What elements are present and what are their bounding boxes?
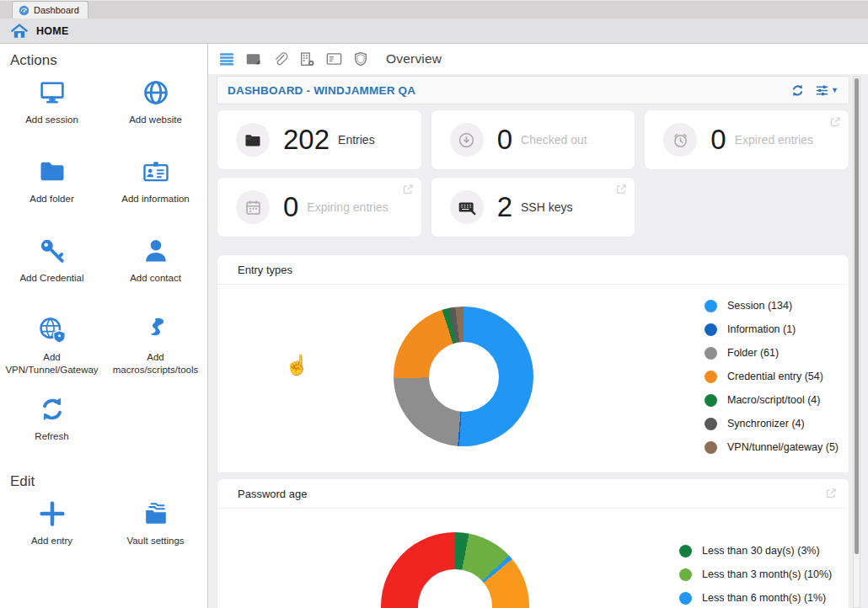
chevron-down-icon: ▼ <box>831 86 839 94</box>
action-label: Add website <box>129 114 182 126</box>
action-vault-settings[interactable]: Vault settings <box>104 493 207 573</box>
vertical-scrollbar[interactable] <box>853 76 860 608</box>
calendar-icon <box>244 199 262 216</box>
entry-types-legend: Session (134) Information (1) Folder (61… <box>705 294 839 459</box>
stat-card-expired-entries[interactable]: 0 Expired entries <box>644 109 849 170</box>
stat-cards-row-1: 202 Entries 0 Checked out <box>217 109 849 170</box>
note-icon[interactable] <box>245 52 261 67</box>
plus-icon <box>37 497 67 531</box>
action-add-entry[interactable]: Add entry <box>1 493 104 573</box>
stat-label: Expired entries <box>735 133 813 147</box>
stat-cards-row-2: 0 Expiring entries 2 SSH keys <box>217 177 849 237</box>
tab-label: Dashboard <box>34 5 79 15</box>
dashboard-title: DASHBOARD - WINDJAMMER QA <box>228 84 415 97</box>
legend-item[interactable]: Synchronizer (4) <box>705 412 839 435</box>
entry-types-header: Entry types <box>217 255 849 285</box>
check-out-circle-icon <box>458 131 475 149</box>
action-add-session[interactable]: Add session <box>1 72 104 152</box>
globe-icon <box>141 76 171 109</box>
legend-item[interactable]: Folder (61) <box>705 341 839 365</box>
legend-dot <box>705 323 717 336</box>
dashboard-scroll-area: DASHBOARD - WINDJAMMER QA ▼ <box>208 74 868 608</box>
legend-item[interactable]: Less than 30 day(s) (3%) <box>679 539 832 563</box>
stat-card-entries[interactable]: 202 Entries <box>217 109 422 170</box>
main-panel: Overview DASHBOARD - WINDJAMMER QA ▼ <box>208 44 868 608</box>
actions-grid: Add session Add website Add folder Add i… <box>0 72 207 468</box>
tab-dashboard[interactable]: Dashboard <box>12 1 88 19</box>
legend-item[interactable]: Less than 3 month(s) (10%) <box>679 563 832 586</box>
legend-item[interactable]: VPN/tunnel/gateway (5) <box>705 435 839 459</box>
legend-dot <box>705 347 717 360</box>
action-add-macros[interactable]: Add macros/scripts/tools <box>104 310 207 389</box>
legend-item[interactable]: Less than 6 month(s) (1%) <box>679 586 832 608</box>
edit-grid: Add entry Vault settings <box>0 493 207 573</box>
filter-sliders-icon[interactable]: ▼ <box>815 84 839 97</box>
stacked-folders-icon <box>141 497 171 531</box>
action-label: Add macros/scripts/tools <box>104 351 207 376</box>
action-add-information[interactable]: Add information <box>104 152 207 231</box>
keyboard-icon <box>458 200 476 216</box>
external-link-icon[interactable] <box>825 488 837 499</box>
legend-item[interactable]: Credential entry (54) <box>705 365 839 388</box>
action-add-folder[interactable]: Add folder <box>1 152 104 231</box>
panel-title: Entry types <box>238 264 292 276</box>
action-refresh[interactable]: Refresh <box>1 389 104 468</box>
folder-icon <box>244 133 261 147</box>
action-add-contact[interactable]: Add contact <box>104 231 207 310</box>
password-age-panel: Password age Less than 30 day(s) (3%) Le… <box>217 478 849 608</box>
stat-label: Entries <box>338 133 375 147</box>
action-label: Add session <box>25 114 78 126</box>
action-label: Add VPN/Tunnel/Gateway <box>1 351 104 376</box>
folder-icon <box>37 155 67 189</box>
action-add-website[interactable]: Add website <box>104 72 207 152</box>
page-title: Overview <box>386 51 442 67</box>
legend-dot <box>679 568 692 581</box>
stat-card-checked-out[interactable]: 0 Checked out <box>431 109 636 170</box>
stat-label: Expiring entries <box>307 200 388 214</box>
gauge-icon <box>19 5 29 16</box>
action-add-vpn[interactable]: Add VPN/Tunnel/Gateway <box>1 310 104 389</box>
legend-dot <box>679 592 692 605</box>
sidebar-section-actions: Actions <box>10 52 207 69</box>
action-label: Vault settings <box>126 535 184 547</box>
external-link-icon[interactable] <box>615 184 627 195</box>
globe-shield-icon <box>37 313 67 347</box>
legend-dot <box>705 394 717 407</box>
form-icon[interactable] <box>326 52 342 66</box>
paperclip-icon[interactable] <box>272 51 288 67</box>
entry-types-donut-chart[interactable] <box>394 307 533 446</box>
legend-dot <box>705 418 717 430</box>
script-icon <box>141 313 171 347</box>
external-link-icon[interactable] <box>402 184 414 195</box>
refresh-icon[interactable] <box>790 83 805 98</box>
legend-dot <box>705 371 717 383</box>
home-icon <box>11 24 28 39</box>
legend-item[interactable]: Information (1) <box>705 317 839 341</box>
list-icon[interactable] <box>219 52 234 66</box>
action-add-credential[interactable]: Add Credential <box>1 231 104 310</box>
action-label: Refresh <box>35 430 68 443</box>
panel-title: Password age <box>238 488 307 500</box>
stat-value: 0 <box>710 124 726 156</box>
legend-dot <box>679 545 692 557</box>
refresh-icon <box>38 392 67 426</box>
stat-card-ssh-keys[interactable]: 2 SSH keys <box>431 177 636 237</box>
key-icon <box>37 234 67 268</box>
stat-value: 2 <box>497 191 512 223</box>
external-link-icon[interactable] <box>829 116 841 128</box>
stat-card-expiring-entries[interactable]: 0 Expiring entries <box>217 177 422 237</box>
shield-icon[interactable] <box>353 51 368 67</box>
menu-item-home[interactable]: HOME <box>36 25 69 37</box>
legend-item[interactable]: Session (134) <box>705 294 839 317</box>
alarm-clock-icon <box>672 131 689 149</box>
person-icon <box>141 234 171 268</box>
sidebar-section-edit: Edit <box>10 473 207 490</box>
building-gear-icon[interactable] <box>299 51 315 67</box>
legend-item[interactable]: Macro/script/tool (4) <box>705 388 839 412</box>
password-age-donut-chart[interactable] <box>381 532 529 608</box>
password-age-legend: Less than 30 day(s) (3%) Less than 3 mon… <box>679 539 832 608</box>
password-age-header: Password age <box>217 479 849 509</box>
legend-dot <box>705 441 717 454</box>
stat-label: Checked out <box>521 133 587 147</box>
scrollbar-thumb[interactable] <box>855 78 859 554</box>
